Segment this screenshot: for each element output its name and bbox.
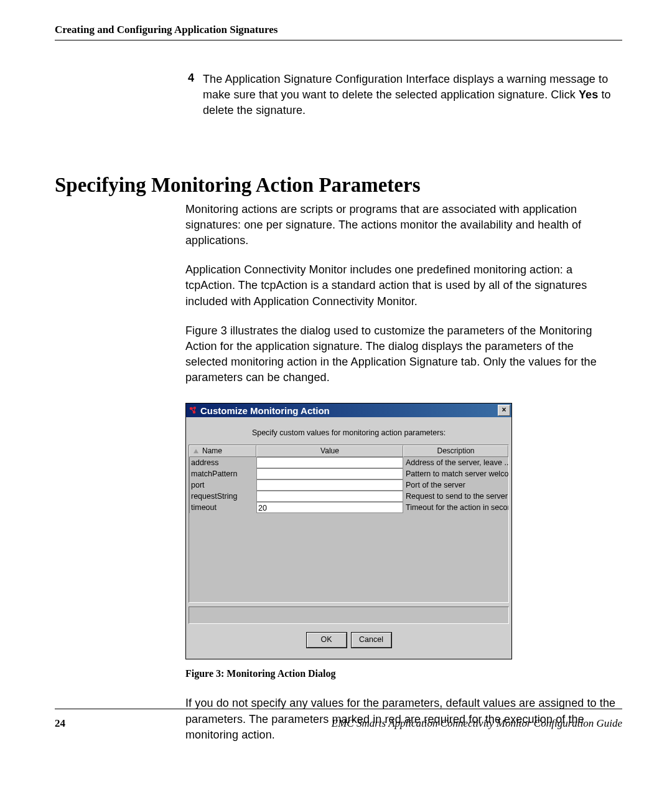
header-rule [55,40,622,40]
cell-desc: Timeout for the action in secon... [403,502,508,513]
cell-value[interactable] [256,468,403,479]
figure-caption: Figure 3: Monitoring Action Dialog [185,668,622,679]
cell-value[interactable] [256,457,403,468]
step-4: 4 The Application Signature Configuratio… [183,72,612,119]
step-text: The Application Signature Configuration … [203,72,612,119]
cell-desc: Address of the server, leave ... [403,457,508,468]
para-1: Monitoring actions are scripts or progra… [185,202,617,249]
col-description[interactable]: Description [403,445,508,457]
col-value[interactable]: Value [256,445,403,457]
table-row: requestString Request to send to the ser… [189,491,508,502]
dialog-window: Customize Monitoring Action × Specify cu… [185,403,512,659]
cell-name: address [189,457,256,468]
cell-desc: Pattern to match server welco... [403,468,508,479]
app-icon [189,406,197,415]
table-body: address Address of the server, leave ...… [189,457,508,513]
close-button[interactable]: × [498,405,510,416]
cell-value[interactable] [256,491,403,502]
dialog-instruction: Specify custom values for monitoring act… [189,420,509,445]
para-3: Figure 3 illustrates the dialog used to … [185,323,617,386]
table-row: port Port of the server [189,479,508,491]
step-text-a: The Application Signature Configuration … [203,73,608,101]
yes-literal: Yes [579,88,598,101]
dialog-buttons: OK Cancel [189,624,509,656]
sort-asc-icon [194,449,198,453]
cell-value[interactable] [256,479,403,491]
dialog-title: Customize Monitoring Action [200,405,498,416]
para-2: Application Connectivity Monitor include… [185,262,617,309]
cell-name: requestString [189,491,256,502]
table-row: address Address of the server, leave ... [189,457,508,468]
table-header: Name Value Description [189,445,508,457]
cell-desc: Request to send to the server [403,491,508,502]
cancel-button[interactable]: Cancel [352,633,391,648]
page-number: 24 [55,717,65,730]
running-header: Creating and Configuring Application Sig… [55,24,622,40]
step-number: 4 [183,72,194,85]
cell-name: matchPattern [189,468,256,479]
dialog-titlebar: Customize Monitoring Action × [186,404,511,417]
footer-rule [55,709,622,709]
param-table: Name Value Description address Address o… [189,445,509,603]
table-row: matchPattern Pattern to match server wel… [189,468,508,479]
ok-button[interactable]: OK [307,633,347,648]
figure-dialog: Customize Monitoring Action × Specify cu… [185,403,512,659]
cell-name: port [189,479,256,491]
table-row: timeout 20 Timeout for the action in sec… [189,502,508,513]
cell-value[interactable]: 20 [256,502,403,513]
cell-name: timeout [189,502,256,513]
col-name[interactable]: Name [189,445,256,457]
footer-title: EMC Smarts Application Connectivity Moni… [332,717,622,730]
cell-desc: Port of the server [403,479,508,491]
status-panel [189,606,509,624]
col-name-label: Name [202,446,222,455]
section-heading: Specifying Monitoring Action Parameters [55,174,622,197]
